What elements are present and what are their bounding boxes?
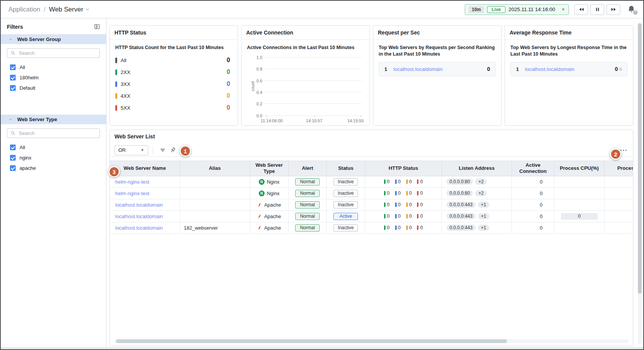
column-header-process-cpu[interactable]: Process CPU(%) bbox=[554, 161, 605, 176]
breadcrumb-page-selector[interactable]: Web Server bbox=[49, 6, 90, 13]
checkbox-checked-icon[interactable] bbox=[10, 145, 16, 150]
group-header-web-server-type[interactable]: Web Server Type bbox=[1, 115, 106, 124]
type-search-input[interactable] bbox=[7, 128, 100, 138]
option-label: 180helm bbox=[20, 75, 39, 81]
card-subtitle: Top Web Servers by Requests per Second R… bbox=[379, 44, 496, 58]
time-dropdown-caret-icon[interactable]: ▼ bbox=[561, 7, 565, 12]
card-title: Average Response Time bbox=[505, 26, 633, 40]
forward-button[interactable] bbox=[606, 4, 620, 15]
status-badge: Active bbox=[333, 213, 358, 220]
2xx-pill-icon bbox=[384, 214, 386, 219]
vertical-scrollbar[interactable] bbox=[638, 22, 642, 344]
listen-more-pill[interactable]: +2 bbox=[475, 179, 487, 185]
column-header-web-server-type[interactable]: Web Server Type bbox=[250, 161, 289, 176]
nginx-icon: N bbox=[259, 179, 265, 185]
pin-button[interactable] bbox=[168, 145, 178, 155]
column-header-alias[interactable]: Alias bbox=[180, 161, 250, 176]
2xx-pill-icon bbox=[384, 225, 386, 230]
server-name-link[interactable]: localhost.localdomain bbox=[115, 225, 163, 231]
checkbox-checked-icon[interactable] bbox=[10, 64, 16, 70]
forward-icon bbox=[611, 7, 616, 12]
panel-collapse-icon bbox=[93, 23, 101, 30]
checkbox-checked-icon[interactable] bbox=[10, 85, 16, 91]
2xx-pill-icon bbox=[384, 191, 386, 196]
table-row: helm-nginx-test bbox=[110, 188, 180, 199]
nginx-icon: N bbox=[259, 191, 265, 196]
cpu-value-bar: 0 bbox=[561, 213, 598, 220]
pause-button[interactable] bbox=[590, 4, 604, 15]
filter-option-nginx[interactable]: nginx bbox=[1, 153, 106, 163]
column-header-process-memory[interactable]: Process Me bbox=[605, 161, 633, 176]
column-header-http-status[interactable]: HTTP Status bbox=[365, 161, 442, 176]
column-header-active-connection[interactable]: Active Connection bbox=[512, 161, 554, 176]
filter-icon bbox=[159, 147, 166, 154]
server-link[interactable]: localhost.localdomain bbox=[525, 66, 574, 72]
listen-more-pill[interactable]: +2 bbox=[475, 190, 487, 196]
status-value: 0 bbox=[227, 92, 232, 99]
time-range-chip[interactable]: 10m bbox=[469, 6, 484, 13]
listen-more-pill[interactable]: +1 bbox=[478, 225, 489, 231]
server-name-link[interactable]: helm-nginx-test bbox=[115, 191, 149, 196]
process-memory-cell bbox=[605, 222, 633, 234]
datetime-value[interactable]: 2025.11.11 14:16:00 bbox=[508, 7, 555, 12]
column-header-web-server-name[interactable]: Web Server Name bbox=[110, 161, 180, 176]
web-server-table: Web Server Name Alias Web Server Type Al… bbox=[110, 161, 633, 234]
breadcrumb-section[interactable]: Application bbox=[8, 6, 40, 13]
checkbox-checked-icon[interactable] bbox=[10, 155, 16, 161]
rank-number: 1 bbox=[516, 66, 519, 72]
status-4xx-pill-icon bbox=[115, 93, 117, 99]
select-caret-icon: ▼ bbox=[141, 148, 144, 152]
chevron-down-icon bbox=[85, 7, 90, 12]
listen-address-cell: 0.0.0.0:443+1 bbox=[442, 211, 512, 222]
horizontal-scrollbar[interactable] bbox=[114, 339, 629, 343]
rewind-button[interactable] bbox=[574, 4, 588, 15]
column-header-listen-address[interactable]: Listen Address bbox=[442, 161, 512, 176]
2xx-pill-icon bbox=[384, 202, 386, 207]
filters-title: Filters bbox=[7, 24, 23, 30]
filter-group-web-server-group: Web Server Group All 180helm Default bbox=[1, 35, 106, 93]
card-title: HTTP Status bbox=[110, 26, 238, 40]
checkbox-checked-icon[interactable] bbox=[10, 75, 16, 81]
alert-cell: Normal bbox=[289, 199, 327, 211]
card-title: Request per Sec bbox=[373, 26, 501, 40]
status-cell: Inactive bbox=[327, 199, 365, 211]
listen-address-pill: 0.0.0.0:443 bbox=[446, 202, 476, 208]
column-header-alert[interactable]: Alert bbox=[289, 161, 327, 176]
filter-option-180helm[interactable]: 180helm bbox=[1, 72, 106, 83]
process-cpu-cell bbox=[554, 176, 605, 188]
status-badge: Inactive bbox=[333, 224, 358, 232]
alert-cell: Normal bbox=[289, 176, 327, 188]
listen-more-pill[interactable]: +1 bbox=[478, 213, 489, 219]
server-link[interactable]: localhost.localdomain bbox=[393, 66, 443, 72]
http-status-row-all: All 0 bbox=[115, 54, 232, 66]
column-header-status[interactable]: Status bbox=[327, 161, 365, 176]
5xx-pill-icon bbox=[417, 225, 418, 230]
group-header-web-server-group[interactable]: Web Server Group bbox=[1, 35, 106, 44]
listen-more-pill[interactable]: +1 bbox=[478, 202, 489, 208]
server-name-link[interactable]: localhost.localdomain bbox=[115, 202, 163, 208]
notifications-button[interactable]: 0 bbox=[627, 5, 636, 14]
main-content: HTTP Status HTTP Status Count for the La… bbox=[106, 18, 643, 347]
filter-option-apache[interactable]: apache bbox=[1, 163, 106, 173]
live-mode-chip[interactable]: Live bbox=[487, 6, 505, 13]
filter-option-all-types[interactable]: All bbox=[1, 142, 106, 153]
status-label: All bbox=[121, 58, 126, 63]
time-range-picker[interactable]: 10m Live 2025.11.11 14:16:00 ▼ bbox=[465, 4, 569, 15]
checkbox-checked-icon[interactable] bbox=[10, 165, 16, 171]
type-cell: Apache bbox=[250, 211, 289, 222]
operator-select[interactable]: OR ▼ bbox=[114, 145, 148, 155]
sidebar-collapse-button[interactable] bbox=[93, 23, 101, 30]
2xx-pill-icon bbox=[384, 179, 386, 184]
server-name-link[interactable]: helm-nginx-test bbox=[115, 179, 149, 185]
vertical-scrollbar-thumb[interactable] bbox=[638, 23, 642, 294]
group-search-input[interactable] bbox=[7, 48, 100, 58]
horizontal-scrollbar-thumb[interactable] bbox=[116, 339, 507, 343]
filter-button[interactable] bbox=[158, 145, 168, 155]
web-server-list-section: Web Server List OR ▼ ••• Web Server bbox=[110, 130, 633, 346]
listen-address-pill: 0.0.0.0:80 bbox=[446, 190, 473, 196]
breadcrumb-page-label: Web Server bbox=[49, 6, 83, 13]
filter-option-all[interactable]: All bbox=[1, 62, 106, 72]
search-icon bbox=[10, 130, 16, 136]
server-name-link[interactable]: localhost.localdomain bbox=[115, 214, 163, 219]
filter-option-default[interactable]: Default bbox=[1, 83, 106, 93]
